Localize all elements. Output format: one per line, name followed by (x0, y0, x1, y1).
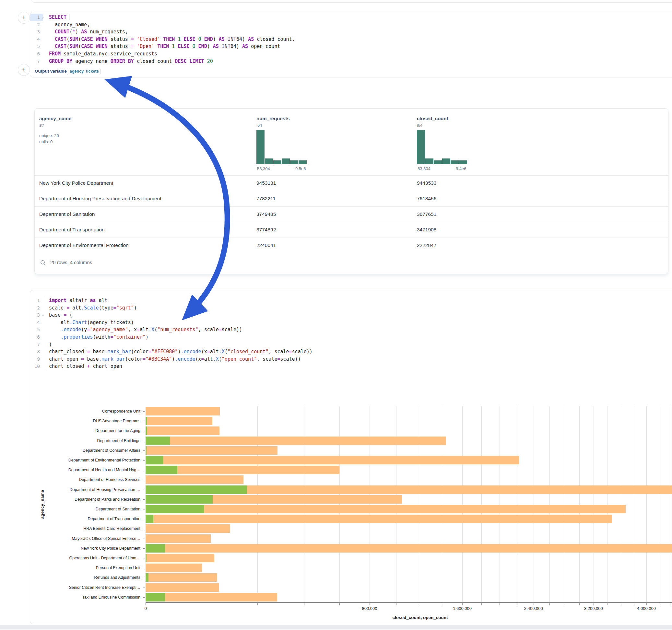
x-axis-tick (339, 603, 340, 605)
line-number: 5 (30, 43, 43, 50)
collapse-chevron-icon[interactable]: ⌄ (42, 311, 44, 319)
table-cell: Department of Housing Preservation and D… (39, 196, 162, 201)
code-line[interactable]: 1⌄SELECT (30, 14, 672, 21)
code-line[interactable]: 1import altair as alt (30, 297, 672, 304)
histogram-bar (417, 130, 425, 164)
code-line[interactable]: 6 .properties(width="container") (30, 334, 672, 341)
bar-open_count[interactable] (146, 544, 165, 553)
bar-closed_count[interactable] (146, 573, 217, 582)
y-axis-label: New York City Police Department (33, 546, 140, 551)
code-line[interactable]: 7GROUP BY agency_name ORDER BY closed_co… (30, 58, 672, 65)
bar-closed_count[interactable] (146, 417, 212, 425)
bar-closed_count[interactable] (146, 476, 243, 484)
bar-closed_count[interactable] (146, 515, 612, 523)
line-number: 3⌄ (30, 311, 43, 319)
bar-closed_count[interactable] (146, 593, 277, 602)
bar-closed_count[interactable] (146, 505, 626, 513)
bar-closed_count[interactable] (146, 563, 202, 572)
bar-closed_count[interactable] (146, 456, 519, 464)
bar-closed_count[interactable] (146, 427, 219, 435)
code-line[interactable]: 5 CAST(SUM(CASE WHEN status = 'Open' THE… (30, 43, 672, 50)
bar-closed_count[interactable] (146, 534, 211, 543)
y-axis-label: Department of Homeless Services (33, 477, 140, 482)
code-line[interactable]: 9chart_open = base.mark_bar(color="#8BC3… (30, 356, 672, 363)
bar-closed_count[interactable] (146, 524, 230, 533)
histogram-bar (451, 161, 459, 164)
table-cell: Department of Environmental Protection (39, 242, 129, 248)
line-number: 2 (30, 304, 43, 312)
add-cell-button-middle[interactable]: + (18, 64, 30, 76)
bar-open_count[interactable] (146, 593, 165, 602)
bar-open_count[interactable] (146, 466, 177, 474)
table-cell: 7618456 (417, 196, 436, 201)
sql-code-editor[interactable]: 1⌄SELECT2 agency_name,3 COUNT(*) AS num_… (30, 14, 672, 65)
gutter-divider (46, 14, 46, 67)
code-line[interactable]: 2scale = alt.Scale(type="sqrt") (30, 304, 672, 312)
y-axis-label: Department of Environmental Protection (33, 458, 140, 462)
gridline (517, 406, 518, 602)
python-code-editor[interactable]: 1import altair as alt2scale = alt.Scale(… (30, 297, 672, 370)
bar-open_count[interactable] (146, 427, 147, 435)
y-axis-title: agency_name (40, 490, 45, 519)
y-axis-tick (143, 548, 145, 549)
x-axis-tick (621, 603, 621, 605)
code-line[interactable]: 4 alt.Chart(agency_tickets) (30, 319, 672, 326)
bar-open_count[interactable] (146, 505, 204, 513)
add-cell-button-top[interactable]: + (18, 12, 30, 24)
table-row[interactable]: Department of Housing Preservation and D… (35, 191, 668, 207)
bar-open_count[interactable] (146, 573, 148, 582)
bar-open_count[interactable] (146, 554, 146, 562)
line-number: 6 (30, 334, 43, 341)
code-line[interactable]: 3 COUNT(*) AS num_requests, (30, 28, 672, 35)
bar-open_count[interactable] (146, 456, 163, 464)
bar-closed_count[interactable] (146, 544, 672, 553)
code-line[interactable]: 8chart_closed = base.mark_bar(color="#FF… (30, 348, 672, 356)
table-row[interactable]: New York City Police Department945313194… (35, 175, 668, 191)
code-line[interactable]: 3⌄base = ( (30, 311, 672, 319)
code-line[interactable]: 7) (30, 341, 672, 348)
table-row[interactable]: Department of Environmental Protection22… (35, 238, 668, 253)
code-line[interactable]: 6FROM sample_data.nyc.service_requests (30, 50, 672, 58)
code-text: CAST(SUM(CASE WHEN status = 'Closed' THE… (49, 35, 295, 43)
x-axis-tick (146, 603, 146, 605)
histogram-bar (442, 159, 450, 164)
table-row[interactable]: Department of Sanitation37494853677651 (35, 207, 668, 222)
histogram-min-label: 53,304 (257, 166, 270, 171)
text-cursor (69, 14, 69, 20)
collapse-chevron-icon[interactable]: ⌄ (42, 14, 44, 21)
bar-open_count[interactable] (146, 515, 153, 523)
x-axis-tick (634, 603, 634, 605)
column-header-closed_count[interactable]: closed_count (417, 116, 448, 121)
bar-closed_count[interactable] (146, 437, 446, 445)
code-line[interactable]: 2 agency_name, (30, 21, 672, 28)
bar-open_count[interactable] (146, 446, 146, 455)
code-text: chart_open = base.mark_bar(color="#8BC34… (49, 356, 301, 363)
code-text: ) (49, 341, 52, 348)
bar-open_count[interactable] (146, 495, 213, 504)
bar-closed_count[interactable] (146, 446, 278, 455)
table-cell: 9443533 (417, 180, 436, 186)
x-axis-title: closed_count, open_count (392, 615, 448, 620)
histogram-bar (298, 161, 307, 164)
y-axis-tick (143, 480, 145, 480)
column-header-agency_name[interactable]: agency_name (39, 116, 71, 121)
output-variable-badge[interactable]: agency_tickets (67, 68, 100, 75)
search-icon[interactable] (40, 260, 46, 266)
bar-open_count[interactable] (146, 485, 247, 494)
table-row[interactable]: Department of Transportation377489234719… (35, 222, 668, 238)
bar-closed_count[interactable] (146, 554, 214, 562)
bar-open_count[interactable] (146, 417, 147, 425)
code-line[interactable]: 4 CAST(SUM(CASE WHEN status = 'Closed' T… (30, 35, 672, 43)
x-axis-tick-label: 0 (144, 606, 146, 611)
bar-open_count[interactable] (146, 437, 170, 445)
bar-closed_count[interactable] (146, 407, 220, 415)
table-cell: 3749485 (257, 211, 276, 217)
x-axis-tick (442, 603, 442, 605)
y-axis-label: Department of Health and Mental Hyg… (33, 468, 140, 472)
code-line[interactable]: 5 .encode(y="agency_name", x=alt.X("num_… (30, 326, 672, 334)
table-cell: New York City Police Department (39, 180, 113, 186)
column-header-num_requests[interactable]: num_requests (257, 116, 290, 121)
y-axis-label: Mayorâ€ s Office of Special Enforce… (33, 536, 140, 541)
code-line[interactable]: 10chart_closed + chart_open (30, 363, 672, 370)
bar-closed_count[interactable] (146, 583, 219, 592)
